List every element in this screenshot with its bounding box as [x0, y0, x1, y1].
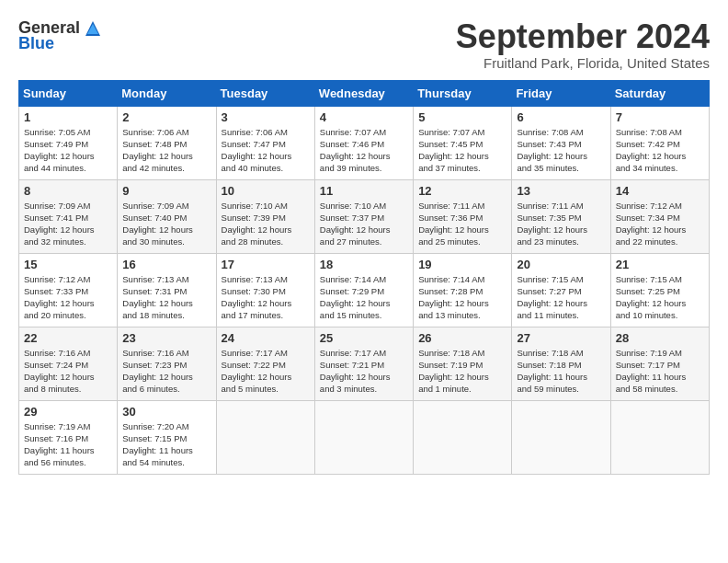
day-number: 10	[222, 184, 310, 198]
day-number: 3	[222, 110, 310, 124]
calendar-cell	[314, 400, 413, 474]
day-number: 27	[517, 331, 605, 345]
calendar-cell: 7Sunrise: 7:08 AM Sunset: 7:42 PM Daylig…	[610, 106, 709, 179]
day-number: 24	[222, 331, 310, 345]
cell-text: Sunrise: 7:16 AM Sunset: 7:23 PM Dayligh…	[122, 347, 210, 396]
cell-text: Sunrise: 7:15 AM Sunset: 7:25 PM Dayligh…	[616, 273, 704, 322]
calendar-cell: 17Sunrise: 7:13 AM Sunset: 7:30 PM Dayli…	[216, 253, 314, 327]
calendar-cell: 27Sunrise: 7:18 AM Sunset: 7:18 PM Dayli…	[512, 327, 610, 400]
calendar-cell: 18Sunrise: 7:14 AM Sunset: 7:29 PM Dayli…	[314, 253, 413, 327]
calendar-cell: 19Sunrise: 7:14 AM Sunset: 7:28 PM Dayli…	[414, 253, 512, 327]
page-header: General Blue September 2024 Fruitland Pa…	[18, 18, 710, 71]
day-number: 12	[418, 184, 506, 198]
calendar-cell	[512, 400, 610, 474]
cell-text: Sunrise: 7:10 AM Sunset: 7:39 PM Dayligh…	[222, 200, 310, 248]
cell-text: Sunrise: 7:20 AM Sunset: 7:15 PM Dayligh…	[122, 420, 210, 469]
calendar-week-row: 1Sunrise: 7:05 AM Sunset: 7:49 PM Daylig…	[19, 106, 710, 179]
day-number: 11	[320, 184, 408, 198]
calendar-cell: 12Sunrise: 7:11 AM Sunset: 7:36 PM Dayli…	[414, 179, 512, 253]
day-number: 28	[616, 331, 704, 345]
cell-text: Sunrise: 7:08 AM Sunset: 7:42 PM Dayligh…	[616, 126, 704, 175]
day-number: 13	[517, 184, 605, 198]
cell-text: Sunrise: 7:13 AM Sunset: 7:30 PM Dayligh…	[222, 273, 310, 322]
day-number: 8	[24, 184, 112, 198]
weekday-header-friday: Friday	[512, 80, 610, 106]
calendar-cell: 21Sunrise: 7:15 AM Sunset: 7:25 PM Dayli…	[610, 253, 709, 327]
cell-text: Sunrise: 7:12 AM Sunset: 7:34 PM Dayligh…	[616, 200, 704, 248]
calendar-cell: 29Sunrise: 7:19 AM Sunset: 7:16 PM Dayli…	[19, 400, 118, 474]
day-number: 21	[616, 258, 704, 271]
calendar-cell: 20Sunrise: 7:15 AM Sunset: 7:27 PM Dayli…	[512, 253, 610, 327]
day-number: 4	[320, 110, 408, 124]
day-number: 9	[122, 184, 210, 198]
calendar-cell: 15Sunrise: 7:12 AM Sunset: 7:33 PM Dayli…	[19, 253, 118, 327]
calendar-week-row: 15Sunrise: 7:12 AM Sunset: 7:33 PM Dayli…	[19, 253, 710, 327]
calendar-cell: 25Sunrise: 7:17 AM Sunset: 7:21 PM Dayli…	[314, 327, 413, 400]
day-number: 20	[517, 258, 605, 271]
calendar-cell: 9Sunrise: 7:09 AM Sunset: 7:40 PM Daylig…	[118, 179, 216, 253]
calendar-cell	[610, 400, 709, 474]
calendar-cell	[216, 400, 314, 474]
calendar-cell	[414, 400, 512, 474]
day-number: 19	[418, 258, 506, 271]
day-number: 23	[122, 331, 210, 345]
cell-text: Sunrise: 7:07 AM Sunset: 7:46 PM Dayligh…	[320, 126, 408, 175]
logo-blue-text: Blue	[18, 34, 54, 53]
weekday-header-saturday: Saturday	[610, 80, 709, 106]
cell-text: Sunrise: 7:18 AM Sunset: 7:18 PM Dayligh…	[517, 347, 605, 396]
day-number: 6	[517, 110, 605, 124]
cell-text: Sunrise: 7:14 AM Sunset: 7:28 PM Dayligh…	[418, 273, 506, 322]
day-number: 7	[616, 110, 704, 124]
calendar-cell: 30Sunrise: 7:20 AM Sunset: 7:15 PM Dayli…	[118, 400, 216, 474]
cell-text: Sunrise: 7:10 AM Sunset: 7:37 PM Dayligh…	[320, 200, 408, 248]
calendar-cell: 26Sunrise: 7:18 AM Sunset: 7:19 PM Dayli…	[414, 327, 512, 400]
day-number: 29	[24, 405, 112, 419]
day-number: 22	[24, 331, 112, 345]
calendar-cell: 4Sunrise: 7:07 AM Sunset: 7:46 PM Daylig…	[314, 106, 413, 179]
day-number: 15	[24, 258, 112, 271]
cell-text: Sunrise: 7:11 AM Sunset: 7:35 PM Dayligh…	[517, 200, 605, 248]
calendar-table: SundayMondayTuesdayWednesdayThursdayFrid…	[18, 80, 710, 475]
weekday-header-thursday: Thursday	[414, 80, 512, 106]
day-number: 18	[320, 258, 408, 271]
cell-text: Sunrise: 7:17 AM Sunset: 7:22 PM Dayligh…	[222, 347, 310, 396]
calendar-cell: 13Sunrise: 7:11 AM Sunset: 7:35 PM Dayli…	[512, 179, 610, 253]
calendar-cell: 3Sunrise: 7:06 AM Sunset: 7:47 PM Daylig…	[216, 106, 314, 179]
weekday-header-sunday: Sunday	[19, 80, 118, 106]
cell-text: Sunrise: 7:16 AM Sunset: 7:24 PM Dayligh…	[24, 347, 112, 396]
cell-text: Sunrise: 7:15 AM Sunset: 7:27 PM Dayligh…	[517, 273, 605, 322]
title-block: September 2024 Fruitland Park, Florida, …	[456, 18, 710, 71]
day-number: 17	[222, 258, 310, 271]
calendar-cell: 10Sunrise: 7:10 AM Sunset: 7:39 PM Dayli…	[216, 179, 314, 253]
day-number: 1	[24, 110, 112, 124]
cell-text: Sunrise: 7:17 AM Sunset: 7:21 PM Dayligh…	[320, 347, 408, 396]
calendar-cell: 6Sunrise: 7:08 AM Sunset: 7:43 PM Daylig…	[512, 106, 610, 179]
weekday-header-wednesday: Wednesday	[314, 80, 413, 106]
location: Fruitland Park, Florida, United States	[456, 55, 710, 71]
cell-text: Sunrise: 7:19 AM Sunset: 7:16 PM Dayligh…	[24, 420, 112, 469]
day-number: 30	[122, 405, 210, 419]
cell-text: Sunrise: 7:06 AM Sunset: 7:47 PM Dayligh…	[222, 126, 310, 175]
cell-text: Sunrise: 7:09 AM Sunset: 7:41 PM Dayligh…	[24, 200, 112, 248]
cell-text: Sunrise: 7:18 AM Sunset: 7:19 PM Dayligh…	[418, 347, 506, 396]
day-number: 25	[320, 331, 408, 345]
weekday-header-row: SundayMondayTuesdayWednesdayThursdayFrid…	[19, 80, 710, 106]
cell-text: Sunrise: 7:11 AM Sunset: 7:36 PM Dayligh…	[418, 200, 506, 248]
calendar-week-row: 29Sunrise: 7:19 AM Sunset: 7:16 PM Dayli…	[19, 400, 710, 474]
calendar-cell: 14Sunrise: 7:12 AM Sunset: 7:34 PM Dayli…	[610, 179, 709, 253]
calendar-cell: 11Sunrise: 7:10 AM Sunset: 7:37 PM Dayli…	[314, 179, 413, 253]
calendar-cell: 28Sunrise: 7:19 AM Sunset: 7:17 PM Dayli…	[610, 327, 709, 400]
day-number: 14	[616, 184, 704, 198]
calendar-cell: 1Sunrise: 7:05 AM Sunset: 7:49 PM Daylig…	[19, 106, 118, 179]
cell-text: Sunrise: 7:19 AM Sunset: 7:17 PM Dayligh…	[616, 347, 704, 396]
cell-text: Sunrise: 7:14 AM Sunset: 7:29 PM Dayligh…	[320, 273, 408, 322]
day-number: 5	[418, 110, 506, 124]
calendar-cell: 24Sunrise: 7:17 AM Sunset: 7:22 PM Dayli…	[216, 327, 314, 400]
logo-icon	[84, 19, 102, 38]
cell-text: Sunrise: 7:06 AM Sunset: 7:48 PM Dayligh…	[122, 126, 210, 175]
calendar-cell: 16Sunrise: 7:13 AM Sunset: 7:31 PM Dayli…	[118, 253, 216, 327]
calendar-cell: 2Sunrise: 7:06 AM Sunset: 7:48 PM Daylig…	[118, 106, 216, 179]
day-number: 16	[122, 258, 210, 271]
day-number: 26	[418, 331, 506, 345]
weekday-header-monday: Monday	[118, 80, 216, 106]
